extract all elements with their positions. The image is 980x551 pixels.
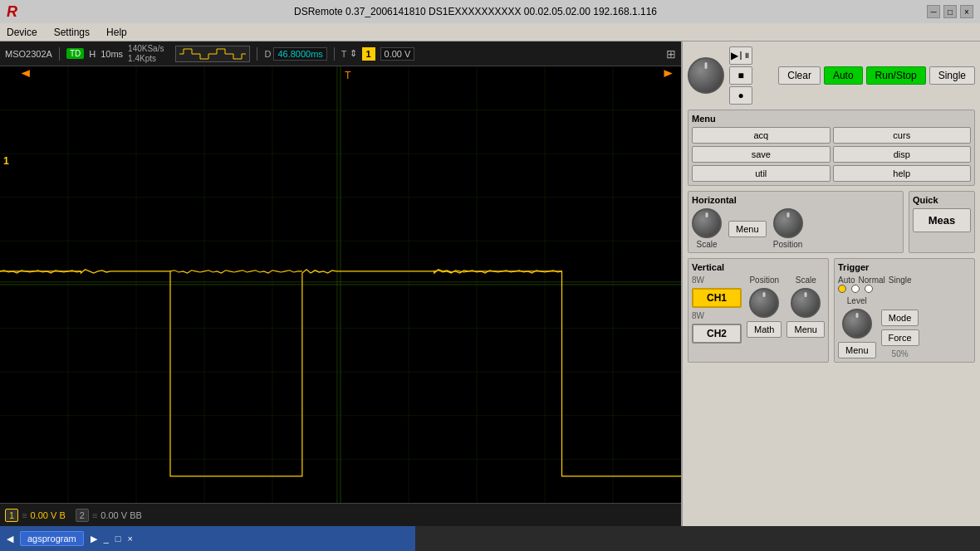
horizontal-section: Horizontal Scale Menu Position [688, 191, 904, 253]
main-content: MSO2302A TD H 10ms 140KSa/s 1.4Kpts [0, 41, 980, 526]
horizontal-position-knob[interactable] [773, 208, 803, 238]
top-control-row: ▶⏸ ■ ● Clear Auto Run/Stop Single [688, 46, 975, 105]
vertical-scale-group: Scale Menu [786, 276, 825, 338]
channel-name: MSO2302A [5, 49, 52, 59]
vert-position-label: Position [749, 276, 779, 285]
ch2-button[interactable]: CH2 [692, 324, 742, 344]
taskbar-close-icon[interactable]: × [127, 534, 132, 544]
single-radio[interactable] [865, 285, 873, 293]
window-controls: ─ □ × [927, 5, 973, 18]
close-button[interactable]: × [960, 5, 973, 18]
waveform-thumb [179, 47, 246, 61]
channel-bar: 1 ≡ 0.00 V B 2 ≡ 0.00 V BB [0, 503, 681, 526]
taskbar-arrow-right[interactable]: ▶ [91, 534, 97, 544]
menu-section: Menu acq curs save disp util help [688, 110, 975, 186]
position-label: Position [773, 240, 803, 249]
stop-button[interactable]: ■ [729, 66, 752, 85]
sample-info: 140KSa/s 1.4Kpts [128, 44, 164, 64]
auto-button[interactable]: Auto [824, 66, 863, 85]
percent-label: 50% [892, 349, 909, 358]
sample-points: 1.4Kpts [128, 54, 164, 64]
title-bar: R DSRemote 0.37_2006141810 DS1EXXXXXXXXX… [0, 0, 980, 23]
play-pause-button[interactable]: ▶⏸ [729, 46, 752, 65]
ch1-voltage: 0.00 V [380, 47, 415, 61]
horizontal-scale-knob[interactable] [692, 208, 722, 238]
top-buttons: Clear Auto Run/Stop Single [778, 66, 975, 85]
run-stop-button[interactable]: Run/Stop [866, 66, 926, 85]
fullscreen-button[interactable]: ⊞ [666, 47, 676, 61]
meas-button[interactable]: Meas [913, 208, 971, 232]
status-bar: MSO2302A TD H 10ms 140KSa/s 1.4Kpts [0, 41, 681, 66]
ch1-button[interactable]: CH1 [692, 288, 742, 308]
auto-radio[interactable] [838, 285, 846, 293]
vert-trig-row: Vertical 8W CH1 8W CH2 Position Math Sc [688, 258, 975, 363]
horizontal-menu-button[interactable]: Menu [728, 221, 767, 237]
vertical-title: Vertical [692, 262, 825, 272]
menu-title: Menu [692, 114, 971, 124]
horiz-quick-row: Horizontal Scale Menu Position Quick Mea [688, 191, 975, 253]
force-button[interactable]: Force [881, 329, 919, 346]
math-button[interactable]: Math [747, 321, 782, 338]
horizontal-title: Horizontal [692, 195, 899, 205]
auto-mode-label: Auto [838, 276, 855, 285]
waveform-svg: T 1 [0, 66, 681, 503]
trigger-radio-group [838, 285, 971, 293]
curs-button[interactable]: curs [833, 127, 972, 144]
menu-help[interactable]: Help [103, 25, 130, 40]
trigger-position-marker: T [345, 70, 351, 81]
delay-group: D 46.8000ms [264, 47, 326, 61]
level-label: Level [847, 296, 867, 305]
menu-settings[interactable]: Settings [51, 25, 93, 40]
sample-rate: 140KSa/s [128, 44, 164, 54]
delay-value: 46.8000ms [273, 47, 326, 61]
divider3 [334, 47, 335, 61]
divider2 [257, 47, 257, 61]
taskbar-app-item[interactable]: agsprogram [20, 531, 84, 546]
ch2-num: 2 [76, 509, 89, 522]
ch1-voltage-display: 0.00 V [380, 47, 415, 61]
trigger-level-knob[interactable] [842, 309, 872, 339]
taskbar-app-label: agsprogram [27, 534, 76, 544]
minimize-button[interactable]: ─ [927, 5, 940, 18]
td-indicator: TD [66, 48, 84, 59]
trigger-right-group: Mode Force 50% [881, 296, 919, 358]
ch1-value: 0.00 V B [31, 510, 66, 520]
h-indicator: H [89, 49, 96, 59]
normal-radio[interactable] [851, 285, 860, 293]
vertical-menu-button[interactable]: Menu [786, 321, 825, 338]
h-label: H [89, 49, 96, 59]
channel-label: MSO2302A [5, 49, 52, 59]
single-button[interactable]: Single [929, 66, 975, 85]
ch-scale-label: 8W [692, 276, 742, 285]
save-button[interactable]: save [692, 146, 831, 163]
util-button[interactable]: util [692, 165, 831, 182]
scope-area: MSO2302A TD H 10ms 140KSa/s 1.4Kpts [0, 41, 681, 526]
acq-button[interactable]: acq [692, 127, 831, 144]
disp-button[interactable]: disp [833, 146, 972, 163]
trigger-label: T [341, 49, 347, 59]
quick-section: Quick Meas [909, 191, 975, 253]
trigger-menu-button[interactable]: Menu [838, 342, 876, 358]
main-knob[interactable] [688, 57, 724, 94]
ch1-num-badge: 1 [362, 47, 375, 61]
taskbar-minimize-icon[interactable]: _ [104, 534, 109, 544]
mode-button[interactable]: Mode [881, 310, 919, 326]
svg-marker-24 [664, 70, 673, 77]
record-button[interactable]: ● [729, 86, 752, 105]
maximize-button[interactable]: □ [943, 5, 957, 18]
vertical-scale-knob[interactable] [791, 288, 821, 318]
timebase-value: 10ms [100, 49, 123, 59]
menu-buttons-grid: acq curs save disp util help [692, 127, 971, 182]
trigger-level-group: Level Menu [838, 296, 876, 358]
taskbar: ◀ agsprogram ▶ _ □ × [0, 526, 415, 551]
delay-label: D [264, 49, 271, 59]
vertical-position-knob[interactable] [749, 288, 779, 318]
help-button[interactable]: help [833, 165, 972, 182]
ch1-num: 1 [5, 509, 18, 522]
taskbar-arrow-left[interactable]: ◀ [7, 534, 13, 544]
menu-device[interactable]: Device [3, 25, 41, 40]
waveform-area: T 1 [0, 66, 681, 503]
taskbar-restore-icon[interactable]: □ [115, 534, 121, 544]
svg-marker-23 [22, 70, 30, 77]
clear-button[interactable]: Clear [778, 66, 821, 85]
